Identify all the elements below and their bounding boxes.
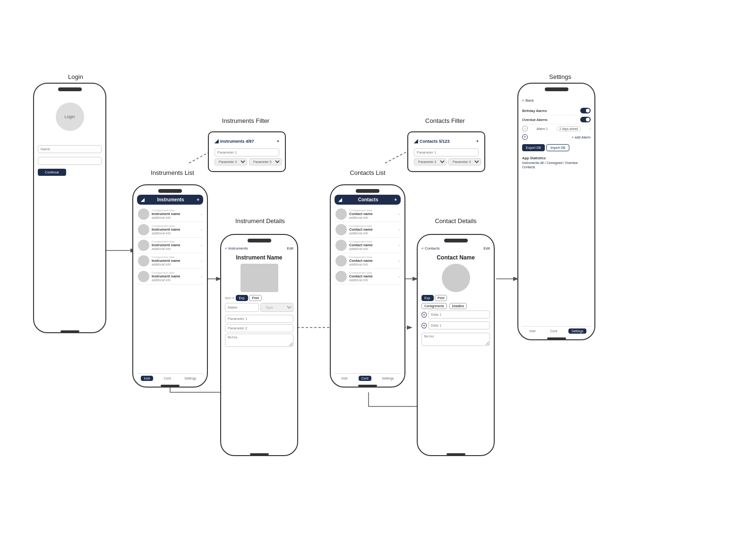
contact-details-phone: < Contacts Edit Contact Name Exp. Print … <box>417 234 495 456</box>
instrument-list-item[interactable]: Consignment date Instrument name additio… <box>137 207 203 222</box>
login-name-input[interactable] <box>38 145 102 153</box>
contact-list-item[interactable]: Consignment date Contact name additional… <box>335 238 401 253</box>
contact-print-btn[interactable]: Print <box>435 295 447 301</box>
instrument-list-item[interactable]: Consignment date Instrument name additio… <box>137 222 203 238</box>
export-db-btn[interactable]: Export DB <box>522 144 545 151</box>
cont-tab-instr[interactable]: Instr <box>338 376 351 381</box>
settings-home-bar <box>547 337 566 339</box>
contacts-add-btn[interactable]: + <box>394 197 397 202</box>
contact-list-item[interactable]: Consignment date Contact name additional… <box>335 269 401 285</box>
contact-name-title: Contact Name <box>421 252 490 264</box>
contact-list-item[interactable]: Consignment date Contact name additional… <box>335 222 401 238</box>
param2-field[interactable] <box>225 324 293 332</box>
instruments-list-phone: ◢ Instruments + Consignment date Instrum… <box>132 184 208 388</box>
add-alarm-label[interactable]: + add Alarm <box>572 135 591 139</box>
contacts-filter-param1[interactable] <box>414 148 479 156</box>
edit-instrument-btn[interactable]: Edit <box>287 246 293 250</box>
add-alarm-row: + + add Alarm <box>522 133 591 141</box>
contacts-filter-param3[interactable]: Parameter 3 <box>448 158 481 165</box>
add-data2-btn[interactable]: + <box>421 323 427 328</box>
back-contacts-btn[interactable]: < Contacts <box>421 246 439 250</box>
settings-notch <box>545 87 568 91</box>
add-alarm-btn[interactable]: + <box>522 134 528 140</box>
add-data1-btn[interactable]: + <box>421 312 427 318</box>
notes-field[interactable] <box>225 334 293 347</box>
tab-settings[interactable]: Settings <box>181 376 199 381</box>
tab-cont[interactable]: Cont <box>161 376 174 381</box>
consignments-btn[interactable]: Consignments <box>421 303 447 309</box>
instrument-details-topbar: < Instruments Edit <box>225 244 293 252</box>
contacts-stats-link[interactable]: Contacts <box>522 165 591 169</box>
data1-field[interactable] <box>428 311 490 319</box>
instruments-tab-bar: Instr Cont Settings <box>137 373 203 383</box>
instruments-filter-param1[interactable] <box>215 148 279 156</box>
alarm1-arrow[interactable]: › <box>590 127 591 130</box>
maker-field[interactable] <box>225 303 259 312</box>
birthday-toggle[interactable] <box>580 108 591 113</box>
instrument-details-title: Instrument Details <box>221 217 299 224</box>
item-number-label: Item # <box>225 296 234 300</box>
cont-tab-cont[interactable]: Cont <box>359 376 371 381</box>
settings-back-row: < Back <box>522 93 591 106</box>
alarm1-tag: 2 days ahead <box>557 126 581 131</box>
contacts-list-header: ◢ Contacts + <box>335 195 401 205</box>
contact-avatar <box>442 264 470 292</box>
contact-details-topbar: < Contacts Edit <box>421 244 490 252</box>
instruments-filter-param2[interactable]: Parameter 2 <box>215 158 247 165</box>
contact-notes-field[interactable] <box>421 333 490 346</box>
param1-field[interactable] <box>225 315 293 323</box>
settings-tab-instr[interactable]: Instr <box>526 328 539 334</box>
settings-tab-settings[interactable]: Settings <box>568 328 586 334</box>
exp-btn[interactable]: Exp. <box>236 295 248 301</box>
instr-list-home-bar <box>161 385 180 387</box>
overdue-alarms-label: Overdue Alarms <box>522 118 548 122</box>
birthday-alarms-row: Birthday Alarms <box>522 106 591 115</box>
contact-action-row: Exp. Print <box>421 295 490 301</box>
type-field[interactable]: Type <box>260 303 293 312</box>
contact-list-item[interactable]: Consignment date Contact name additional… <box>335 253 401 269</box>
login-screen-title: Login <box>47 73 104 80</box>
instrument-name: Instrument Name <box>225 252 293 264</box>
contacts-list-items: Consignment date Contact name additional… <box>335 207 401 285</box>
data2-field[interactable] <box>428 321 490 329</box>
instruments-filter-param3[interactable]: Parameter 3 <box>249 158 282 165</box>
settings-back-btn[interactable]: < Back <box>522 98 534 103</box>
instruments-add-btn[interactable]: + <box>197 197 199 202</box>
contact-list-item[interactable]: Consignment date Contact name additional… <box>335 207 401 222</box>
deadline-btn[interactable]: Deadline <box>449 303 467 309</box>
settings-tab-cont[interactable]: Cont <box>547 328 560 334</box>
instrument-list-item[interactable]: Consignment date Instrument name additio… <box>137 269 203 285</box>
data1-row: + <box>421 311 490 319</box>
instruments-stats-link[interactable]: Instruments All / Consigned / Overdue <box>522 161 591 164</box>
overdue-toggle[interactable] <box>580 117 591 122</box>
settings-screen-title: Settings <box>524 73 597 80</box>
alarm1-minus-btn[interactable]: − <box>522 126 528 131</box>
login-phone: Login Continue <box>33 83 106 333</box>
edit-contact-btn[interactable]: Edit <box>483 246 490 250</box>
login-password-input[interactable] <box>38 157 102 165</box>
print-btn[interactable]: Print <box>249 295 261 301</box>
back-instruments-btn[interactable]: < Instruments <box>225 246 248 250</box>
instruments-filter-box: ◢ Instruments 4/87 + Parameter 2 Paramet… <box>208 131 286 172</box>
alarm1-label: Alarm 1 <box>536 127 548 130</box>
data2-row: + <box>421 321 490 329</box>
import-db-btn[interactable]: Import DB <box>546 144 570 151</box>
login-notch <box>58 87 82 91</box>
instruments-list-title: Instruments List <box>132 169 213 176</box>
login-continue-button[interactable]: Continue <box>38 169 66 176</box>
instruments-filter-title: Instruments Filter <box>208 117 284 124</box>
cont-list-home-bar <box>358 385 377 387</box>
cont-tab-settings[interactable]: Settings <box>379 376 396 381</box>
instrument-action-row: Item # Exp. Print <box>225 295 293 301</box>
instruments-list-header: ◢ Instruments + <box>137 195 203 205</box>
contact-exp-btn[interactable]: Exp. <box>421 295 434 301</box>
contacts-filter-title: Contacts Filter <box>407 117 483 124</box>
instrument-list-item[interactable]: Consignment date Instrument name additio… <box>137 253 203 269</box>
instrument-list-item[interactable]: Consignment date Instrument name additio… <box>137 238 203 253</box>
contacts-filter-param2[interactable]: Parameter 2 <box>414 158 447 165</box>
instruments-list-items: Consignment date Instrument name additio… <box>137 207 203 285</box>
tab-instr[interactable]: Instr <box>141 376 153 381</box>
login-home-bar <box>60 330 79 332</box>
contacts-list-phone: ◢ Contacts + Consignment date Contact na… <box>330 184 405 388</box>
contacts-filter-box: ◢ Contacts 5/123 + Parameter 2 Parameter… <box>407 131 485 172</box>
